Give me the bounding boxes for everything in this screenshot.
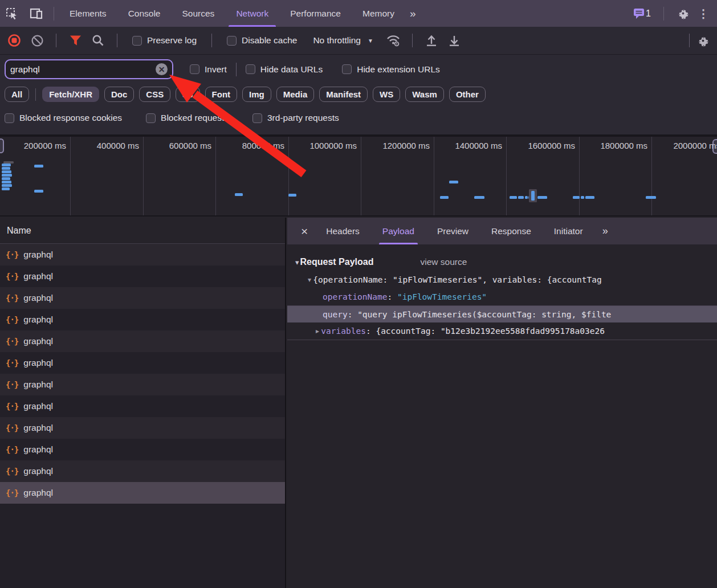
tab-performance[interactable]: Performance	[285, 0, 346, 27]
name-column-header[interactable]: Name	[0, 218, 285, 244]
tab-sources[interactable]: Sources	[177, 0, 220, 27]
inspect-cursor-icon	[6, 7, 18, 20]
resource-type-chips: AllFetch/XHRDocCSSJSFontImgMediaManifest…	[5, 87, 486, 102]
collapse-triangle-icon[interactable]: ▾	[295, 258, 299, 267]
waterfall-bar	[646, 196, 656, 199]
preserve-log-checkbox[interactable]: Preserve log	[132, 35, 197, 46]
record-network-log-button[interactable]	[6, 32, 23, 49]
chip-img[interactable]: Img	[242, 87, 271, 102]
payload-text-plain: "query ipFlowTimeseries($accountTag: str…	[357, 310, 611, 319]
overview-left-grabber[interactable]	[0, 138, 4, 153]
request-row[interactable]: {·}graphql	[0, 244, 285, 266]
payload-row[interactable]: query: "query ipFlowTimeseries($accountT…	[287, 305, 717, 322]
blocked-response-cookies-checkbox[interactable]: Blocked response cookies	[5, 113, 122, 123]
request-row[interactable]: {·}graphql	[0, 374, 285, 395]
json-braces-icon: {·}	[6, 467, 18, 476]
request-row[interactable]: {·}graphql	[0, 417, 285, 439]
expand-triangle-icon[interactable]: ▾	[308, 276, 313, 284]
disable-cache-checkbox[interactable]: Disable cache	[227, 35, 297, 46]
waterfall-bar	[2, 174, 12, 177]
request-name: graphql	[23, 379, 53, 390]
timeline-tick-label: 1200000 ms	[382, 141, 430, 150]
timeline-tick-label: 1600000 ms	[528, 141, 575, 150]
request-row[interactable]: {·}graphql	[0, 352, 285, 374]
hide-extension-urls-checkbox[interactable]: Hide extension URLs	[342, 64, 440, 75]
payload-row[interactable]: ▾ {operationName: "ipFlowTimeseries", va…	[287, 271, 717, 288]
inspect-element-button[interactable]	[0, 0, 24, 27]
chip-manifest[interactable]: Manifest	[319, 87, 368, 102]
devtools-tab-bar: ElementsConsoleSourcesNetworkPerformance…	[0, 0, 717, 27]
timeline-gridline	[143, 137, 144, 215]
hide-data-urls-checkbox[interactable]: Hide data URLs	[246, 64, 323, 75]
view-source-link[interactable]: view source	[420, 257, 467, 267]
tab-network[interactable]: Network	[231, 0, 274, 27]
tab-elements[interactable]: Elements	[64, 0, 112, 27]
request-row[interactable]: {·}graphql	[0, 309, 285, 330]
issues-button[interactable]: 1	[633, 8, 651, 19]
waterfall-bar	[235, 193, 243, 196]
divider	[117, 34, 117, 47]
network-settings-button[interactable]	[694, 32, 711, 49]
waterfall-bar	[288, 194, 296, 197]
search-button[interactable]	[89, 32, 107, 49]
details-tab-payload[interactable]: Payload	[382, 218, 414, 244]
details-tab-response[interactable]: Response	[491, 218, 531, 244]
blocked-requests-checkbox[interactable]: Blocked requests	[146, 113, 229, 123]
chip-js[interactable]: JS	[176, 87, 199, 102]
chip-font[interactable]: Font	[205, 87, 237, 102]
settings-button[interactable]	[677, 7, 690, 20]
chip-all[interactable]: All	[5, 87, 29, 102]
chip-fetch-xhr[interactable]: Fetch/XHR	[42, 87, 99, 102]
device-toolbar-icon	[30, 7, 43, 20]
waterfall-bar	[2, 184, 12, 187]
import-har-button[interactable]	[423, 32, 440, 49]
close-details-button[interactable]: ×	[294, 218, 315, 244]
request-row[interactable]: {·}graphql	[0, 482, 285, 504]
network-conditions-button[interactable]	[385, 32, 402, 49]
filter-toggle-button[interactable]	[67, 32, 84, 49]
throttling-select[interactable]: No throttling ▼	[313, 35, 373, 46]
tab-console[interactable]: Console	[123, 0, 166, 27]
waterfall-bar	[449, 181, 458, 183]
details-tab-headers[interactable]: Headers	[326, 218, 360, 244]
chip-wasm[interactable]: Wasm	[405, 87, 444, 102]
details-tab-preview[interactable]: Preview	[437, 218, 469, 244]
request-name: graphql	[23, 336, 53, 346]
divider	[663, 7, 664, 21]
clear-network-log-button[interactable]	[28, 32, 46, 49]
request-row[interactable]: {·}graphql	[0, 266, 285, 287]
download-icon	[448, 34, 461, 47]
request-row[interactable]: {·}graphql	[0, 330, 285, 352]
clear-filter-button[interactable]: ✕	[156, 63, 168, 75]
invert-checkbox[interactable]: Invert	[190, 64, 227, 75]
chip-css[interactable]: CSS	[139, 87, 170, 102]
tab-memory[interactable]: Memory	[357, 0, 400, 27]
request-row[interactable]: {·}graphql	[0, 395, 285, 417]
filter-input[interactable]: graphql ✕	[5, 59, 173, 79]
more-panels-button[interactable]: »	[405, 0, 419, 27]
record-icon	[7, 34, 21, 47]
chip-ws[interactable]: WS	[373, 87, 400, 102]
network-overview-timeline[interactable]: 200000 ms400000 ms600000 ms800000 ms1000…	[0, 134, 717, 217]
more-details-tabs-button[interactable]: »	[602, 218, 607, 244]
waterfall-bar	[34, 165, 43, 168]
payload-row[interactable]: operationName: "ipFlowTimeseries"	[287, 288, 717, 305]
request-row[interactable]: {·}graphql	[0, 287, 285, 309]
waterfall-bar	[585, 196, 594, 199]
chip-other[interactable]: Other	[449, 87, 486, 102]
timeline-tick-label: 1800000 ms	[600, 141, 647, 150]
payload-text-plain: :	[388, 292, 397, 301]
payload-row[interactable]: ▸ variables: {accountTag: "b12e3b2192ee5…	[287, 322, 717, 340]
3rd-party-requests-checkbox[interactable]: 3rd-party requests	[252, 113, 339, 123]
more-options-button[interactable]: ⋮	[698, 7, 709, 21]
chip-doc[interactable]: Doc	[104, 87, 134, 102]
device-toolbar-button[interactable]	[24, 0, 49, 27]
expand-triangle-icon[interactable]: ▸	[316, 327, 321, 335]
export-har-button[interactable]	[446, 32, 463, 49]
request-row[interactable]: {·}graphql	[0, 460, 285, 482]
details-tab-initiator[interactable]: Initiator	[554, 218, 583, 244]
chip-media[interactable]: Media	[276, 87, 315, 102]
request-list: {·}graphql{·}graphql{·}graphql{·}graphql…	[0, 244, 285, 504]
request-row[interactable]: {·}graphql	[0, 439, 285, 460]
request-name: graphql	[23, 315, 53, 325]
